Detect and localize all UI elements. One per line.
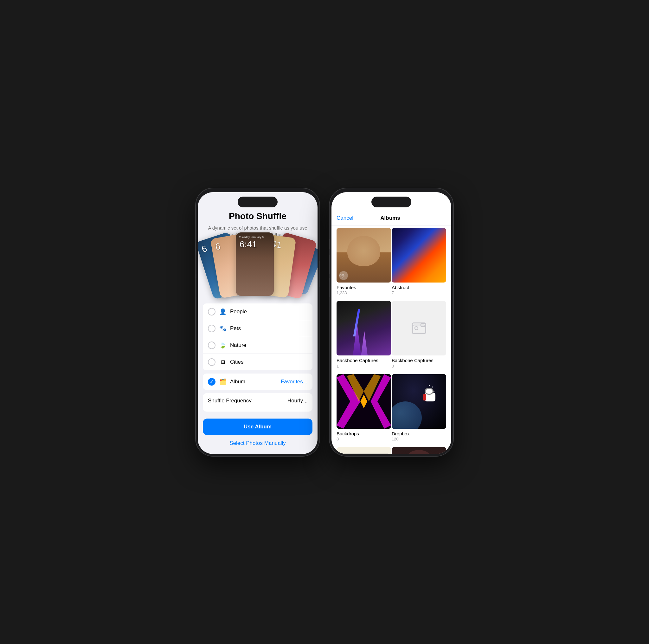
volume-down-button[interactable] (196, 278, 196, 297)
album-thumb-person3 (392, 447, 446, 454)
album-thumb-favorites: ♡ (337, 228, 391, 283)
bottom-actions: Use Album Select Photos Manually (198, 415, 317, 454)
phone-1-screen: Photo Shuffle A dynamic set of photos th… (198, 192, 317, 454)
preview-card-barrel: Tuesday, January 9 6:41 (236, 232, 274, 296)
album-favorites[interactable]: ♡ Favorites 1,233 (337, 228, 391, 295)
album-backbone2-count: 0 (392, 364, 446, 368)
shuffle-frequency-label: Shuffle Frequency (208, 398, 288, 404)
album-thumb-backbone1 (337, 301, 391, 356)
album-abstruct-name: Abstruct (392, 284, 446, 291)
card-time-barrel: 6:41 (240, 239, 257, 249)
album-dropbox-count: 120 (392, 437, 446, 441)
svg-marker-5 (337, 401, 360, 429)
albums-screen: Cancel Albums ♡ Favorites 1,233 (332, 192, 451, 454)
album-favorites-name: Favorites (337, 284, 391, 291)
heart-icon: ♡ (339, 271, 348, 280)
use-album-button[interactable]: Use Album (203, 418, 312, 435)
paw-icon: 🐾 (219, 325, 226, 332)
dynamic-island-1 (238, 197, 277, 207)
album-icon: 🗂️ (219, 378, 226, 385)
album-dropbox-name: Dropbox (392, 431, 446, 437)
album-thumb-backbone2 (392, 301, 446, 356)
building-icon: ⊞ (219, 359, 226, 365)
album-value[interactable]: Favorites... (281, 378, 307, 385)
album-thumb-backdrops (337, 374, 391, 429)
page-title: Photo Shuffle (229, 211, 287, 221)
dynamic-island-2 (372, 197, 411, 207)
albums-grid: ♡ Favorites 1,233 Abstruct 7 (332, 226, 451, 454)
card-time-p1: 6 (215, 241, 221, 252)
leaf-icon: 🍃 (219, 342, 226, 349)
album-option-group: 🗂️ Album Favorites... (203, 373, 312, 390)
option-album-label: Album (230, 378, 277, 385)
shuffle-frequency-row[interactable]: Shuffle Frequency Hourly (203, 393, 312, 408)
phone-2-screen: Cancel Albums ♡ Favorites 1,233 (332, 192, 451, 454)
svg-marker-7 (360, 395, 367, 408)
svg-rect-2 (421, 323, 425, 327)
person-icon: 👤 (219, 308, 226, 315)
album-backbone2-name: Backbone Captures (392, 357, 446, 364)
album-thumb-dropbox (392, 374, 446, 429)
radio-nature[interactable] (208, 341, 215, 349)
photo-shuffle-screen: Photo Shuffle A dynamic set of photos th… (198, 192, 317, 454)
svg-marker-6 (371, 401, 391, 429)
option-people[interactable]: 👤 People (203, 304, 312, 320)
select-photos-link[interactable]: Select Photos Manually (229, 440, 286, 446)
album-plans[interactable]: SALA CUARTO BAÑO (337, 447, 391, 454)
volume-down-button-2[interactable] (330, 278, 330, 297)
checkmark-album[interactable] (208, 378, 215, 386)
radio-pets[interactable] (208, 325, 215, 332)
album-backdrops-count: 8 (337, 437, 391, 441)
shuffle-frequency-value[interactable]: Hourly (288, 398, 307, 404)
album-backbone2[interactable]: Backbone Captures 0 (392, 301, 446, 368)
option-cities-label: Cities (230, 359, 307, 365)
option-album[interactable]: 🗂️ Album Favorites... (203, 373, 312, 390)
option-pets[interactable]: 🐾 Pets (203, 320, 312, 337)
albums-title: Albums (380, 215, 400, 221)
preview-card-stack: 6 6 Tuesday, January 9 6:41 3:41 41 41 (198, 244, 317, 296)
power-button-2[interactable] (453, 261, 453, 287)
albums-header: Cancel Albums (332, 211, 451, 226)
category-options-group: 👤 People 🐾 Pets 🍃 Nature (203, 304, 312, 370)
option-nature-label: Nature (230, 342, 307, 349)
svg-rect-0 (413, 325, 425, 333)
card-date: Tuesday, January 9 (239, 236, 264, 239)
album-favorites-count: 1,233 (337, 290, 391, 295)
album-backbone1-name: Backbone Captures (337, 357, 391, 364)
album-abstruct[interactable]: Abstruct 7 (392, 228, 446, 295)
cancel-button[interactable]: Cancel (337, 215, 353, 221)
radio-cities[interactable] (208, 358, 215, 366)
album-thumb-plans: SALA CUARTO BAÑO (337, 447, 391, 454)
shuffle-frequency-group: Shuffle Frequency Hourly (203, 393, 312, 412)
album-thumb-abstruct (392, 228, 446, 283)
option-nature[interactable]: 🍃 Nature (203, 337, 312, 354)
album-abstruct-count: 7 (392, 290, 446, 295)
album-backdrops[interactable]: Backdrops 8 (337, 374, 391, 442)
album-backbone1[interactable]: Backbone Captures 1 (337, 301, 391, 368)
phone-2: Cancel Albums ♡ Favorites 1,233 (330, 188, 453, 456)
svg-point-1 (415, 327, 418, 330)
option-people-label: People (230, 309, 307, 315)
option-pets-label: Pets (230, 325, 307, 332)
power-button[interactable] (319, 261, 319, 287)
volume-up-button[interactable] (196, 255, 196, 274)
album-backbone1-count: 1 (337, 364, 391, 368)
option-cities[interactable]: ⊞ Cities (203, 354, 312, 370)
album-dropbox[interactable]: Dropbox 120 (392, 374, 446, 442)
radio-people[interactable] (208, 308, 215, 316)
phone-1: Photo Shuffle A dynamic set of photos th… (196, 188, 319, 456)
card-time-city: 6 (200, 243, 208, 254)
options-container: 👤 People 🐾 Pets 🍃 Nature (198, 304, 317, 415)
volume-up-button-2[interactable] (330, 255, 330, 274)
album-backdrops-name: Backdrops (337, 431, 391, 437)
album-person3[interactable] (392, 447, 446, 454)
